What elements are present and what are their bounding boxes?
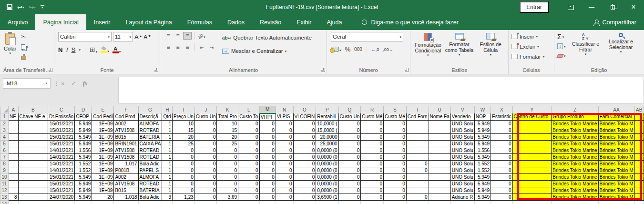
cell-P14[interactable] xyxy=(316,200,338,204)
cell-Y2[interactable] xyxy=(512,120,552,127)
cell-Q4[interactable]: 0 xyxy=(338,133,361,140)
cell-K11[interactable]: 0 xyxy=(217,180,238,187)
cell-C1[interactable]: Dt.Emissão xyxy=(48,113,75,121)
name-box[interactable]: M18 ▾ xyxy=(3,78,51,89)
cell-D7[interactable]: 5.949 xyxy=(75,153,92,160)
cell-E3[interactable]: 1E+09 xyxy=(92,127,114,133)
cell-T8[interactable]: 0 xyxy=(406,160,429,167)
cell-Q3[interactable]: 0 xyxy=(338,127,361,133)
cell-C3[interactable]: 15/01/2021 xyxy=(48,127,75,133)
cell-G8[interactable]: Bola Adic xyxy=(138,160,162,167)
cell-M7[interactable]: 0 xyxy=(259,153,276,160)
cell-Q6[interactable]: 0 xyxy=(338,147,361,153)
cell-O7[interactable]: 0 xyxy=(293,153,316,160)
cell-A1[interactable]: NF xyxy=(9,113,19,121)
cell-F10[interactable]: A002 xyxy=(114,173,138,180)
cell-Y3[interactable] xyxy=(512,127,552,133)
cell-C4[interactable]: 15/01/2021 xyxy=(48,133,75,140)
align-left-button[interactable]: ≡ xyxy=(164,43,173,51)
cell-A4[interactable] xyxy=(9,133,19,140)
row-header-4[interactable]: 4 xyxy=(0,133,9,140)
cell-E4[interactable]: 1E+09 xyxy=(92,133,114,140)
cell-B11[interactable] xyxy=(18,180,48,187)
cell-AA8[interactable]: Brindes Tokio M xyxy=(598,160,634,167)
cell-T7[interactable] xyxy=(406,153,429,160)
cell-O4[interactable]: 0 xyxy=(293,133,316,140)
cell-R3[interactable]: 0 xyxy=(361,127,384,133)
cell-Z4[interactable]: Brindes Tokio Marine xyxy=(552,133,598,140)
find-select-button[interactable]: Localizar e Selecionar▾ xyxy=(603,32,639,65)
cell-M6[interactable]: 0 xyxy=(259,147,276,153)
row-header-1[interactable]: 1 xyxy=(0,113,9,121)
cell-S12[interactable]: 0 xyxy=(384,187,407,194)
cell-D9[interactable]: 1.552 xyxy=(75,167,92,173)
cell-J6[interactable]: 0 xyxy=(194,147,217,153)
cell-D10[interactable]: 5.949 xyxy=(75,173,92,180)
cell-V8[interactable]: UNO Solu xyxy=(450,160,474,167)
cell-F4[interactable]: B015 xyxy=(114,133,138,140)
format-cells-button[interactable]: Formatar▾ xyxy=(511,52,552,61)
format-as-table-button[interactable]: Formatar como Tabela▾ xyxy=(444,32,475,65)
cell-T5[interactable] xyxy=(406,140,429,147)
cell-Z5[interactable]: Brindes Tokio Marine xyxy=(552,140,598,147)
cell-X8[interactable]: 0 xyxy=(491,160,512,167)
cell-T6[interactable] xyxy=(406,147,429,153)
tab-layout-da-pagina[interactable]: Layout da Página xyxy=(118,14,179,30)
cell-R11[interactable]: 0 xyxy=(361,180,384,187)
cell-N3[interactable]: 0 xyxy=(276,127,293,133)
cell-K5[interactable]: 25 xyxy=(217,140,238,147)
cell-U12[interactable] xyxy=(429,187,450,194)
cell-V12[interactable]: UNO Solu xyxy=(450,187,474,194)
cell-B5[interactable] xyxy=(18,140,48,147)
cell-Q12[interactable]: 0 xyxy=(338,187,361,194)
cell-AA6[interactable]: Brindes Tokio M xyxy=(598,147,634,153)
cell-AB5[interactable] xyxy=(634,140,644,147)
cell-M1[interactable]: Vl IPI xyxy=(259,113,276,121)
cell-AA5[interactable]: Brindes Tokio M xyxy=(598,140,634,147)
cell-W7[interactable]: 5.949 xyxy=(474,153,491,160)
cell-R1[interactable]: Custo Mé xyxy=(361,113,384,121)
cell-R14[interactable] xyxy=(361,200,384,204)
cell-L11[interactable]: 0 xyxy=(238,180,260,187)
cell-S1[interactable]: Custo Mé xyxy=(384,113,407,121)
cell-Q9[interactable]: 0 xyxy=(338,167,361,173)
cell-A8[interactable] xyxy=(9,160,19,167)
cell-X2[interactable]: 0 xyxy=(491,120,512,127)
cell-AB14[interactable] xyxy=(634,200,644,204)
cell-D3[interactable]: 5.949 xyxy=(75,127,92,133)
cell-E6[interactable]: 1E+09 xyxy=(92,147,114,153)
cell-N1[interactable]: Vl PIS xyxy=(276,113,293,121)
cut-button[interactable]: ✂ xyxy=(21,33,28,41)
cell-V2[interactable]: UNO Solu xyxy=(450,120,474,127)
cell-I5[interactable]: 25 xyxy=(173,140,195,147)
cell-O2[interactable]: 0 xyxy=(293,120,316,127)
row-header-8[interactable]: 8 xyxy=(0,160,9,167)
cell-O13[interactable]: 0 xyxy=(293,194,316,200)
cell-C9[interactable]: 14/01/2021 xyxy=(48,167,75,173)
row-header-5[interactable]: 5 xyxy=(0,140,9,147)
dialog-launcher-icon[interactable] xyxy=(321,68,325,72)
cell-T11[interactable] xyxy=(406,180,429,187)
cell-M4[interactable]: 0 xyxy=(259,133,276,140)
cell-D6[interactable]: 1.556 xyxy=(75,147,92,153)
cell-N11[interactable]: 0 xyxy=(276,180,293,187)
cell-J7[interactable]: 0 xyxy=(194,153,217,160)
cell-P6[interactable]: 0,0000 (0 xyxy=(316,147,338,153)
cell-U8[interactable] xyxy=(429,160,450,167)
cell-Q7[interactable]: 0 xyxy=(338,153,361,160)
cell-Y4[interactable] xyxy=(512,133,552,140)
cell-AA7[interactable]: Brindes Tokio M xyxy=(598,153,634,160)
cell-X10[interactable]: 0 xyxy=(491,173,512,180)
cell-U9[interactable] xyxy=(429,167,450,173)
cell-P10[interactable]: 0,0000 (0 xyxy=(316,173,338,180)
cell-W2[interactable]: 5.949 xyxy=(474,120,491,127)
cell-E1[interactable]: Cod Pedi xyxy=(92,113,114,121)
tell-me-box[interactable]: Diga-me o que você deseja fazer xyxy=(362,14,458,30)
cell-W13[interactable]: 5.949 xyxy=(474,194,491,200)
increase-indent-button[interactable]: ⇥ xyxy=(207,43,216,51)
cell-F1[interactable]: Cod Prod xyxy=(114,113,138,121)
cell-W4[interactable]: 5.949 xyxy=(474,133,491,140)
cell-U10[interactable] xyxy=(429,173,450,180)
cell-A10[interactable] xyxy=(9,173,19,180)
cell-V9[interactable]: UNO Solu xyxy=(450,167,474,173)
